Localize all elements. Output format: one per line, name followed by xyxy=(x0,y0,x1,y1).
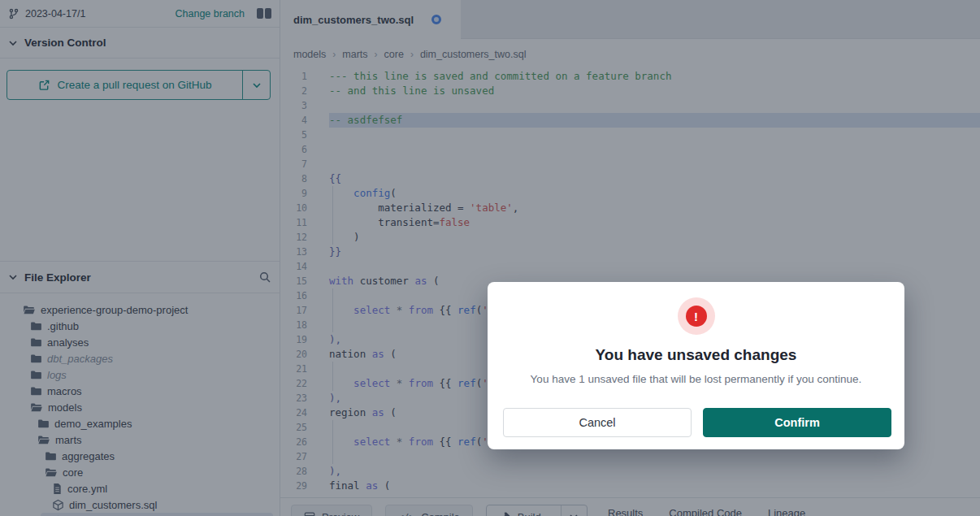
alert-icon: ! xyxy=(678,297,715,335)
confirm-button[interactable]: Confirm xyxy=(703,408,891,437)
unsaved-changes-modal: ! You have unsaved changes You have 1 un… xyxy=(488,282,904,449)
modal-body: You have 1 unsaved file that will be los… xyxy=(488,373,904,385)
dbt-cloud-ide: 2023-04-17/1 Change branch Version Contr… xyxy=(0,0,980,516)
cancel-button[interactable]: Cancel xyxy=(503,408,692,437)
modal-title: You have unsaved changes xyxy=(488,346,904,364)
